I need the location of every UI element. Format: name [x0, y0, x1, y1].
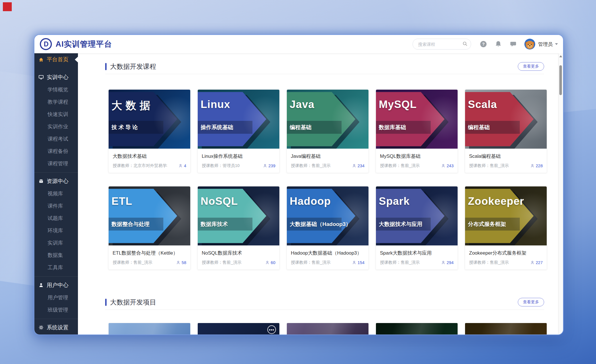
- sidebar-divider: [34, 319, 78, 319]
- sidebar-item[interactable]: 课程备份: [34, 145, 78, 157]
- sidebar-item[interactable]: 教学课程: [34, 96, 78, 108]
- project-card[interactable]: ••• 大数据开发案例: [197, 323, 280, 335]
- person-icon: [178, 164, 183, 168]
- main-content: 大数据开发课程 查看更多 大 数 据 技 术 导 论 大数据技术基础 授课教师：…: [78, 53, 558, 335]
- course-teacher: 授课教师：北京市对外贸易学校教...: [113, 163, 167, 168]
- archive-box-icon: [38, 178, 44, 184]
- sidebar-item[interactable]: 快速实训: [34, 108, 78, 120]
- person-icon: [530, 164, 535, 168]
- course-card[interactable]: ETL 数据整合与处理 ETL数据整合与处理（Kettle） 授课教师：售前_演…: [108, 186, 191, 270]
- sidebar-item[interactable]: 数据集: [34, 249, 78, 261]
- sidebar-item[interactable]: 实训库: [34, 237, 78, 249]
- student-count: 228: [530, 164, 543, 168]
- sidebar-item[interactable]: 课程管理: [34, 157, 78, 170]
- project-thumbnail: 大数据开发案例: [465, 323, 547, 335]
- courses-section-header: 大数据开发课程 查看更多: [105, 61, 544, 72]
- user-icon: [38, 282, 44, 288]
- chevron-down-icon[interactable]: [555, 43, 558, 45]
- course-thumbnail: Zookeeper 分布式服务框架: [465, 186, 547, 245]
- student-count: 239: [263, 164, 275, 168]
- help-icon[interactable]: ?: [480, 40, 487, 48]
- scrollbar-up-arrow-icon[interactable]: [559, 55, 562, 57]
- course-title: Scala编程基础: [465, 149, 547, 160]
- course-card[interactable]: 大 数 据 技 术 导 论 大数据技术基础 授课教师：北京市对外贸易学校教...…: [108, 89, 191, 173]
- course-card[interactable]: Scala 编程基础 Scala编程基础 授课教师：售前_演示 228: [465, 89, 547, 173]
- sidebar-divider: [34, 276, 78, 277]
- course-card[interactable]: Linux 操作系统基础 Linux操作系统基础 授课教师：管理员10 239: [197, 89, 280, 173]
- person-icon: [265, 260, 270, 265]
- course-thumbnail: Java 编程基础: [287, 90, 368, 149]
- sidebar-item-user-center[interactable]: 用户中心: [34, 279, 78, 291]
- course-thumbnail: NoSQL 数据库技术: [198, 186, 279, 245]
- person-icon: [441, 164, 446, 168]
- student-count: 58: [176, 260, 186, 265]
- sidebar-item[interactable]: 班级管理: [34, 304, 78, 316]
- section-accent-bar: [105, 63, 107, 70]
- project-thumbnail: 大数据开发案例: [109, 323, 190, 335]
- sidebar-item[interactable]: 工具库: [34, 261, 78, 274]
- view-more-button[interactable]: 查看更多: [518, 62, 544, 71]
- sidebar-item[interactable]: 课件库: [34, 200, 78, 212]
- student-count: 234: [352, 164, 364, 168]
- sidebar-item[interactable]: 课程考试: [34, 133, 78, 145]
- student-count: 294: [441, 260, 454, 265]
- desktop-red-marker: [3, 2, 12, 11]
- course-teacher: 授课教师：售前_演示: [291, 260, 331, 265]
- project-card[interactable]: 大数据开发案例: [287, 323, 369, 335]
- course-thumbnail: Hadoop 大数据基础（Hadoop3）: [287, 186, 368, 245]
- course-teacher: 授课教师：售前_演示: [469, 260, 509, 265]
- project-thumbnail: ••• 大数据开发案例: [198, 323, 279, 335]
- student-count: 227: [530, 260, 543, 265]
- sidebar-item[interactable]: 视频库: [34, 187, 78, 200]
- view-more-button[interactable]: 查看更多: [518, 298, 544, 306]
- project-card[interactable]: 大数据开发案例: [108, 323, 191, 335]
- section-title: 大数据开发项目: [110, 298, 156, 307]
- sidebar-item[interactable]: 实训作业: [34, 120, 78, 133]
- course-title: 大数据技术基础: [109, 149, 190, 160]
- course-teacher: 授课教师：售前_演示: [291, 163, 331, 168]
- search-input[interactable]: [417, 42, 459, 47]
- sidebar-item[interactable]: 试题库: [34, 212, 78, 224]
- sidebar-item-home[interactable]: 平台首页: [34, 53, 78, 66]
- course-thumbnail: ETL 数据整合与处理: [109, 186, 190, 245]
- course-card[interactable]: Zookeeper 分布式服务框架 Zookeeper分布式服务框架 授课教师：…: [465, 186, 547, 270]
- user-avatar[interactable]: [524, 39, 535, 50]
- section-accent-bar: [105, 299, 107, 306]
- course-teacher: 授课教师：管理员10: [202, 163, 240, 168]
- message-icon[interactable]: [509, 40, 517, 48]
- user-name[interactable]: 管理员: [538, 41, 553, 48]
- student-count: 4: [178, 164, 186, 168]
- project-card[interactable]: 大数据开发案例: [376, 323, 458, 335]
- student-count: 154: [352, 260, 364, 265]
- course-teacher: 授课教师：售前_演示: [113, 260, 152, 265]
- course-title: ETL数据整合与处理（Kettle）: [109, 245, 190, 256]
- project-card[interactable]: 大数据开发案例: [465, 323, 547, 335]
- sidebar-item-training-center[interactable]: 实训中心: [34, 71, 78, 83]
- course-thumbnail: Scala 编程基础: [465, 90, 547, 149]
- app-window: D AI实训管理平台 ?: [34, 35, 563, 335]
- course-grid-row-2: ETL 数据整合与处理 ETL数据整合与处理（Kettle） 授课教师：售前_演…: [108, 186, 558, 270]
- course-card[interactable]: NoSQL 数据库技术 NoSQL数据库技术 授课教师：售前_演示 60: [197, 186, 280, 270]
- course-card[interactable]: Spark 大数据技术与应用 Spark大数据技术与应用 授课教师：售前_演示 …: [376, 186, 458, 270]
- bell-icon[interactable]: [495, 40, 502, 48]
- course-card[interactable]: Java 编程基础 Java编程基础 授课教师：售前_演示 234: [287, 89, 369, 173]
- search-box[interactable]: [413, 39, 471, 50]
- sidebar-item[interactable]: 学情概览: [34, 83, 78, 96]
- course-thumbnail: Linux 操作系统基础: [198, 90, 279, 149]
- projects-section-header: 大数据开发项目 查看更多: [105, 297, 544, 307]
- course-teacher: 授课教师：售前_演示: [469, 163, 509, 168]
- section-divider: [105, 74, 544, 74]
- sidebar-item-resource-center[interactable]: 资源中心: [34, 175, 78, 187]
- sidebar-group-settings: 系统设置: [34, 321, 78, 334]
- person-icon: [352, 260, 356, 265]
- search-icon[interactable]: [462, 41, 468, 47]
- course-card[interactable]: MySQL 数据库基础 MySQL数据库基础 授课教师：售前_演示 243: [376, 89, 458, 173]
- home-icon: [38, 57, 44, 62]
- scrollbar-track[interactable]: [558, 53, 563, 335]
- section-title: 大数据开发课程: [110, 62, 156, 71]
- sidebar-item[interactable]: 环境库: [34, 224, 78, 237]
- sidebar-item[interactable]: 用户管理: [34, 291, 78, 304]
- scrollbar-thumb[interactable]: [559, 65, 562, 95]
- course-card[interactable]: Hadoop 大数据基础（Hadoop3） Hadoop大数据基础（Hadoop…: [287, 186, 369, 270]
- sidebar-item-system-settings[interactable]: 系统设置: [34, 321, 78, 334]
